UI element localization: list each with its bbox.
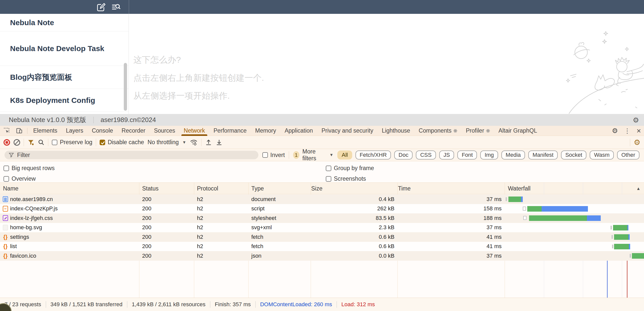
tab-console[interactable]: Console xyxy=(88,126,117,136)
devtools-menu-kebab-icon[interactable]: ⋮ xyxy=(621,126,633,136)
request-size: 2.3 kB xyxy=(314,223,394,232)
overview-checkbox[interactable]: Overview xyxy=(4,175,36,182)
chevron-down-icon: ▼ xyxy=(182,140,186,145)
request-protocol: h2 xyxy=(197,232,246,242)
statusbar-segment[interactable]: Load: 312 ms xyxy=(337,301,379,308)
filter-chip-img[interactable]: Img xyxy=(480,150,498,160)
tab-label: Lighthouse xyxy=(382,127,410,134)
app-footer: Nebula Note v1.0.0 预览版 aser1989.cn©2024 … xyxy=(0,114,644,126)
network-conditions-icon[interactable] xyxy=(190,139,198,146)
group-by-frame-checkbox[interactable]: Group by frame xyxy=(326,165,374,172)
tab-lighthouse[interactable]: Lighthouse xyxy=(378,126,415,136)
screenshots-checkbox[interactable]: Screenshots xyxy=(326,175,366,182)
statusbar-segment[interactable]: DOMContentLoaded: 260 ms xyxy=(256,301,337,308)
tab-performance[interactable]: Performance xyxy=(209,126,251,136)
preserve-log-checkbox[interactable]: Preserve log xyxy=(52,139,92,146)
screen: Nebula NoteNebula Note Develop TaskBlog内… xyxy=(0,0,644,311)
filter-chip-css[interactable]: CSS xyxy=(416,150,436,160)
column-header-size[interactable]: Size xyxy=(311,183,323,194)
list-search-icon[interactable] xyxy=(111,2,121,12)
search-network-icon[interactable] xyxy=(38,139,45,146)
filter-chip-wasm[interactable]: Wasm xyxy=(590,150,614,160)
tab-sources[interactable]: Sources xyxy=(150,126,179,136)
network-options: Big request rows Group by frame Overview… xyxy=(0,161,644,183)
filter-chip-manifest[interactable]: Manifest xyxy=(528,150,558,160)
waterfall-wait-bar xyxy=(521,197,523,202)
tab-layers[interactable]: Layers xyxy=(62,126,88,136)
inspect-element-icon[interactable] xyxy=(0,126,13,136)
network-request-row[interactable]: ‹›index-CQnezKpP.js200h2script262 kB158 … xyxy=(0,204,644,214)
tab-altair-graphql[interactable]: Altair GraphQL xyxy=(494,126,541,136)
tab-components[interactable]: Components xyxy=(414,126,461,136)
request-status: 200 xyxy=(142,223,191,232)
statusbar-segment: 1,439 kB / 2,611 kB resources xyxy=(127,301,210,308)
compose-note-icon[interactable] xyxy=(96,2,106,12)
device-toolbar-icon[interactable] xyxy=(13,126,26,136)
network-request-row[interactable]: home-bg.svg200h2svg+xml2.3 kB37 ms xyxy=(0,223,644,232)
clear-network-log-icon[interactable] xyxy=(14,139,20,146)
network-request-row[interactable]: note.aser1989.cn200h2document0.4 kB37 ms xyxy=(0,195,644,204)
throttling-select[interactable]: No throttling ▼ xyxy=(148,139,186,146)
tab-network[interactable]: Network xyxy=(179,126,209,136)
sort-ascending-icon[interactable]: ▲ xyxy=(636,186,640,191)
network-request-row[interactable]: index-lz-jfgeh.css200h2stylesheet83.5 kB… xyxy=(0,213,644,223)
network-request-row[interactable]: {}settings200h2fetch0.6 kB41 ms xyxy=(0,232,644,242)
request-size: 0.0 kB xyxy=(314,251,394,261)
filter-chip-font[interactable]: Font xyxy=(457,150,477,160)
column-header-type[interactable]: Type xyxy=(251,183,264,194)
more-filters-button[interactable]: 1 More filters ▼ xyxy=(293,148,333,162)
request-type: svg+xml xyxy=(251,223,308,232)
network-settings-gear-icon[interactable]: ⚙ xyxy=(634,138,640,147)
network-filterbar: Filter Invert 1 More filters ▼ AllFetch/… xyxy=(0,149,644,161)
request-protocol: h2 xyxy=(197,195,246,204)
disable-cache-checkbox[interactable]: Disable cache xyxy=(100,139,144,146)
app-settings-gear-icon[interactable]: ⚙ xyxy=(633,116,639,124)
tab-label: Network xyxy=(184,127,205,134)
filter-input[interactable]: Filter xyxy=(5,151,258,159)
column-header-name[interactable]: Name xyxy=(3,183,18,194)
record-network-log-icon[interactable] xyxy=(4,139,10,146)
tab-privacy-and-security[interactable]: Privacy and security xyxy=(317,126,378,136)
devtools-settings-gear-icon[interactable]: ⚙ xyxy=(609,126,621,136)
column-header-waterfall[interactable]: Waterfall xyxy=(508,183,531,194)
tab-application[interactable]: Application xyxy=(280,126,317,136)
column-header-status[interactable]: Status xyxy=(142,183,158,194)
tab-elements[interactable]: Elements xyxy=(29,126,62,136)
devtools-tabbar: ElementsLayersConsoleRecorderSourcesNetw… xyxy=(0,126,644,136)
network-request-row[interactable]: {}favicon.ico200h2json0.0 kB37 ms xyxy=(0,251,644,261)
filter-chip-fetch-xhr[interactable]: Fetch/XHR xyxy=(355,150,391,160)
sidebar-note-item[interactable]: Nebula Note Develop Task xyxy=(0,31,129,66)
import-har-icon[interactable] xyxy=(205,139,212,146)
app-topbar xyxy=(0,0,644,14)
more-filters-label: More filters xyxy=(302,148,326,162)
filter-toggle-icon[interactable] xyxy=(27,139,34,146)
tab-label: Application xyxy=(285,127,313,134)
atom-icon xyxy=(453,129,457,133)
app-version: Nebula Note v1.0.0 预览版 xyxy=(9,115,86,124)
tab-recorder[interactable]: Recorder xyxy=(117,126,150,136)
big-request-rows-checkbox[interactable]: Big request rows xyxy=(4,165,55,172)
devtools-close-icon[interactable]: × xyxy=(633,126,644,136)
preserve-log-label: Preserve log xyxy=(60,139,92,146)
invert-checkbox[interactable]: Invert xyxy=(262,152,285,159)
filter-chip-doc[interactable]: Doc xyxy=(394,150,413,160)
filter-chip-js[interactable]: JS xyxy=(439,150,454,160)
export-har-icon[interactable] xyxy=(216,139,223,146)
tab-profiler[interactable]: Profiler xyxy=(462,126,494,136)
tab-memory[interactable]: Memory xyxy=(251,126,280,136)
request-type: document xyxy=(251,195,308,204)
column-header-time[interactable]: Time xyxy=(398,183,411,194)
sidebar-note-item[interactable]: K8s Deployment Config xyxy=(0,89,129,112)
filter-chip-media[interactable]: Media xyxy=(501,150,525,160)
sidebar-note-item[interactable]: Blog内容预览面板 xyxy=(0,66,129,89)
column-header-protocol[interactable]: Protocol xyxy=(197,183,218,194)
network-request-row[interactable]: {}list200h2fetch0.6 kB41 ms xyxy=(0,242,644,251)
little-prince-illustration xyxy=(564,24,644,114)
more-filters-count-badge: 1 xyxy=(293,151,299,159)
filter-chip-all[interactable]: All xyxy=(337,150,352,160)
request-size: 0.6 kB xyxy=(314,232,394,242)
filter-chip-other[interactable]: Other xyxy=(617,150,639,160)
filter-chip-socket[interactable]: Socket xyxy=(561,150,586,160)
sidebar-note-item[interactable]: Nebula Note xyxy=(0,14,129,31)
sidebar-scrollbar[interactable] xyxy=(124,63,127,111)
